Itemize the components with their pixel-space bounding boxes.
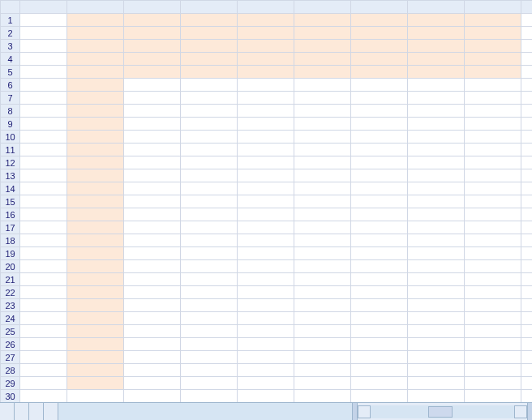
cell-F1[interactable] <box>294 14 351 27</box>
cell-B3[interactable] <box>67 40 124 53</box>
row-header-29[interactable]: 29 <box>1 377 20 390</box>
cell-C9[interactable] <box>124 118 181 131</box>
cell-C11[interactable] <box>124 144 181 156</box>
cell-B13[interactable] <box>67 169 124 182</box>
row-header-26[interactable]: 26 <box>1 338 20 351</box>
cell-J2[interactable] <box>521 27 533 40</box>
row-header-8[interactable]: 8 <box>1 105 20 118</box>
cell-H16[interactable] <box>408 208 465 221</box>
cell-A25[interactable] <box>20 325 67 338</box>
cell-J4[interactable] <box>521 53 533 66</box>
cell-B11[interactable] <box>67 144 124 156</box>
cell-H21[interactable] <box>408 273 465 286</box>
cell-D7[interactable] <box>181 92 238 105</box>
cell-J25[interactable] <box>521 325 533 338</box>
cell-D25[interactable] <box>181 325 238 338</box>
cell-H3[interactable] <box>408 40 465 53</box>
row-header-28[interactable]: 28 <box>1 364 20 377</box>
cell-E27[interactable] <box>238 351 294 364</box>
scroll-right-button[interactable] <box>514 405 527 418</box>
row-header-2[interactable]: 2 <box>1 27 20 40</box>
tab-nav-last[interactable] <box>44 403 58 420</box>
cell-D8[interactable] <box>181 105 238 118</box>
row-header-17[interactable]: 17 <box>1 221 20 234</box>
cell-G18[interactable] <box>351 234 408 247</box>
cell-J13[interactable] <box>521 169 533 182</box>
cell-B12[interactable] <box>67 156 124 169</box>
cell-B9[interactable] <box>67 118 124 131</box>
cell-A26[interactable] <box>20 338 67 351</box>
cell-I24[interactable] <box>465 312 521 325</box>
cell-E26[interactable] <box>238 338 294 351</box>
cell-D9[interactable] <box>181 118 238 131</box>
cell-I2[interactable] <box>465 27 521 40</box>
cell-B6[interactable] <box>67 79 124 92</box>
column-header-D[interactable] <box>181 1 238 14</box>
cell-F16[interactable] <box>294 208 351 221</box>
cell-G28[interactable] <box>351 364 408 377</box>
cell-C24[interactable] <box>124 312 181 325</box>
cell-G13[interactable] <box>351 169 408 182</box>
cell-I3[interactable] <box>465 40 521 53</box>
spreadsheet-grid[interactable]: 1234567891011121314151617181920212223242… <box>0 0 532 402</box>
cell-C22[interactable] <box>124 286 181 299</box>
cell-I23[interactable] <box>465 299 521 312</box>
cell-F19[interactable] <box>294 247 351 260</box>
cell-C28[interactable] <box>124 364 181 377</box>
cell-B26[interactable] <box>67 338 124 351</box>
cell-I7[interactable] <box>465 92 521 105</box>
cell-G29[interactable] <box>351 377 408 390</box>
cell-A22[interactable] <box>20 286 67 299</box>
cell-C27[interactable] <box>124 351 181 364</box>
cell-J9[interactable] <box>521 118 533 131</box>
cell-H12[interactable] <box>408 156 465 169</box>
cell-J27[interactable] <box>521 351 533 364</box>
cell-E17[interactable] <box>238 221 294 234</box>
cell-A28[interactable] <box>20 364 67 377</box>
cell-G15[interactable] <box>351 195 408 208</box>
cell-F2[interactable] <box>294 27 351 40</box>
column-header-C[interactable] <box>124 1 181 14</box>
cell-F25[interactable] <box>294 325 351 338</box>
cell-G22[interactable] <box>351 286 408 299</box>
cell-B18[interactable] <box>67 234 124 247</box>
cell-F11[interactable] <box>294 144 351 156</box>
cell-B4[interactable] <box>67 53 124 66</box>
cell-F15[interactable] <box>294 195 351 208</box>
cell-B27[interactable] <box>67 351 124 364</box>
cell-F23[interactable] <box>294 299 351 312</box>
cell-J28[interactable] <box>521 364 533 377</box>
cell-J1[interactable] <box>521 14 533 27</box>
tab-nav-first[interactable] <box>0 403 15 420</box>
row-header-13[interactable]: 13 <box>1 169 20 182</box>
cell-J23[interactable] <box>521 299 533 312</box>
cell-H27[interactable] <box>408 351 465 364</box>
row-header-9[interactable]: 9 <box>1 118 20 131</box>
cell-A9[interactable] <box>20 118 67 131</box>
cell-F7[interactable] <box>294 92 351 105</box>
cell-H20[interactable] <box>408 260 465 273</box>
cell-D1[interactable] <box>181 14 238 27</box>
cell-E6[interactable] <box>238 79 294 92</box>
cell-I16[interactable] <box>465 208 521 221</box>
cell-F17[interactable] <box>294 221 351 234</box>
cell-B14[interactable] <box>67 182 124 195</box>
cell-I1[interactable] <box>465 14 521 27</box>
cell-E3[interactable] <box>238 40 294 53</box>
cell-D19[interactable] <box>181 247 238 260</box>
cell-G19[interactable] <box>351 247 408 260</box>
cell-J20[interactable] <box>521 260 533 273</box>
cell-H8[interactable] <box>408 105 465 118</box>
column-header-J[interactable] <box>521 1 533 14</box>
cell-J22[interactable] <box>521 286 533 299</box>
cell-F3[interactable] <box>294 40 351 53</box>
cell-D21[interactable] <box>181 273 238 286</box>
row-header-30[interactable]: 30 <box>1 390 20 403</box>
cell-E13[interactable] <box>238 169 294 182</box>
cell-A16[interactable] <box>20 208 67 221</box>
new-sheet-button[interactable] <box>62 403 79 420</box>
cell-G23[interactable] <box>351 299 408 312</box>
cell-E11[interactable] <box>238 144 294 156</box>
row-header-27[interactable]: 27 <box>1 351 20 364</box>
cell-C26[interactable] <box>124 338 181 351</box>
